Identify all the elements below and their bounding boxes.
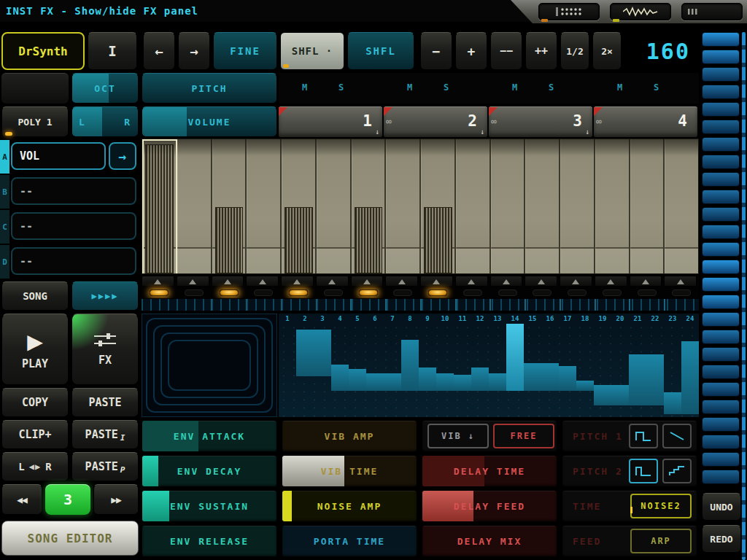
slot-value-field[interactable]: --	[11, 177, 136, 205]
step-marker[interactable]	[490, 276, 523, 287]
saw-down-button[interactable]	[662, 424, 692, 448]
pattern-counter[interactable]: 3	[45, 484, 90, 515]
mute-button[interactable]: M	[407, 82, 412, 93]
seq-step-column[interactable]	[386, 139, 421, 274]
song-arrows-button[interactable]: ▶▶▶▶	[71, 281, 139, 311]
volume-button[interactable]: VOLUME	[142, 106, 277, 137]
plus-button[interactable]: +	[455, 32, 487, 70]
free-button[interactable]: FREE	[493, 424, 554, 448]
display-view-button[interactable]	[681, 3, 743, 20]
step-marker[interactable]	[664, 276, 697, 287]
undo-button[interactable]: UNDO	[702, 493, 741, 521]
slot-assign-button[interactable]: →	[109, 142, 136, 170]
param-env-decay[interactable]: ENV DECAY	[142, 455, 277, 487]
paste-instrument-button[interactable]: PASTE I	[71, 420, 139, 449]
param-env-sustain[interactable]: ENV SUSTAIN	[142, 490, 277, 522]
seq-step-column[interactable]	[665, 139, 699, 274]
step-marker[interactable]	[177, 276, 209, 287]
slot-tab[interactable]: A	[0, 140, 9, 174]
seq-step-column[interactable]	[595, 139, 630, 274]
seq-step-column[interactable]	[177, 139, 212, 274]
octave-button[interactable]: OCT	[71, 73, 139, 104]
solo-button[interactable]: S	[549, 82, 554, 93]
paste-pattern-button[interactable]: PASTE P	[71, 452, 139, 481]
param-porta-time[interactable]: PORTA TIME	[282, 525, 417, 557]
track-header[interactable]: 1↓	[279, 106, 382, 137]
param-vib-amp[interactable]: VIB AMP	[282, 420, 417, 452]
next-arrow-button[interactable]: →	[178, 32, 210, 70]
copy-button[interactable]: COPY	[1, 388, 69, 417]
song-button[interactable]: SONG	[1, 281, 69, 311]
pitch-button[interactable]: PITCH	[142, 73, 277, 104]
slot-value-field[interactable]: --	[11, 212, 136, 240]
paste-button[interactable]: PASTE	[71, 388, 139, 417]
song-editor-button[interactable]: SONG EDITOR	[1, 521, 139, 556]
solo-button[interactable]: S	[444, 82, 449, 93]
step-marker[interactable]	[385, 276, 418, 287]
arp-button[interactable]: ARP	[630, 529, 692, 553]
minus-double-button[interactable]: −−	[490, 32, 522, 70]
step-marker[interactable]	[212, 276, 244, 287]
shuffle-button[interactable]: SHFL	[347, 32, 414, 70]
redo-button[interactable]: REDO	[702, 525, 741, 553]
waveform-view-button[interactable]	[610, 3, 671, 20]
vib--button[interactable]: VIB ↓	[427, 424, 489, 448]
minus-button[interactable]: −	[420, 32, 452, 70]
play-button[interactable]: ▶ PLAY	[1, 314, 69, 385]
param-delay-mix[interactable]: DELAY MIX	[422, 525, 557, 557]
seq-step-column[interactable]	[525, 139, 560, 274]
seq-step-column[interactable]	[317, 139, 352, 274]
patt ern-overview[interactable]: 123456789101112131415161718192021222324	[279, 314, 699, 417]
param-delay-feed[interactable]: DELAY FEED	[422, 490, 557, 522]
seq-step-column[interactable]	[247, 139, 282, 274]
pads-view-button[interactable]	[538, 3, 600, 20]
prev-pattern-button[interactable]: ◀◀	[1, 484, 42, 515]
slot-tab[interactable]: C	[0, 210, 9, 244]
fx-button[interactable]: FX	[71, 314, 139, 385]
pulse-button[interactable]	[629, 459, 658, 483]
mute-button[interactable]: M	[512, 82, 517, 93]
step-marker[interactable]	[595, 276, 627, 287]
noise2-button[interactable]: NOISE2	[630, 494, 692, 518]
step-marker[interactable]	[142, 276, 174, 287]
track-header[interactable]: ∞3↓	[489, 106, 592, 137]
solo-button[interactable]: S	[338, 82, 344, 93]
step-marker[interactable]	[525, 276, 557, 287]
next-pattern-button[interactable]: ▶▶	[93, 484, 139, 515]
seq-step-column[interactable]	[456, 139, 491, 274]
bpm-display[interactable]: 160	[624, 32, 697, 70]
solo-button[interactable]: S	[654, 82, 659, 93]
step-marker[interactable]	[560, 276, 592, 287]
step-marker[interactable]	[420, 276, 453, 287]
param-env-attack[interactable]: ENV ATTACK	[142, 420, 277, 452]
plus-double-button[interactable]: ++	[525, 32, 557, 70]
slot-tab[interactable]: D	[0, 245, 9, 279]
half-tempo-button[interactable]: 1/2	[560, 32, 589, 70]
stairs-button[interactable]	[662, 459, 692, 483]
step-marker[interactable]	[281, 276, 314, 287]
mute-button[interactable]: M	[617, 82, 622, 93]
param-env-release[interactable]: ENV RELEASE	[142, 525, 277, 557]
param-delay-time[interactable]: DELAY TIME	[422, 455, 557, 487]
clip-add-button[interactable]: CLIP+	[1, 420, 69, 449]
slot-value-field[interactable]: --	[11, 247, 136, 275]
poly-button[interactable]: POLY 1	[1, 106, 69, 137]
instrument-slot-button[interactable]: I	[88, 32, 137, 70]
mute-button[interactable]: M	[302, 82, 307, 93]
shuffle-mode-button[interactable]: SHFL ·	[280, 32, 344, 70]
seq-step-column[interactable]	[491, 139, 526, 274]
double-tempo-button[interactable]: 2×	[592, 32, 622, 70]
pattern-bars-area[interactable]	[279, 324, 699, 417]
fine-button[interactable]: FINE	[213, 32, 277, 70]
step-marker[interactable]	[316, 276, 349, 287]
slot-tab[interactable]: B	[0, 175, 9, 209]
track-header[interactable]: ∞4	[594, 106, 697, 137]
step-marker[interactable]	[630, 276, 662, 287]
param-vib-time[interactable]: VIB TIME	[282, 455, 417, 487]
seq-step-column[interactable]	[560, 139, 595, 274]
param-noise-amp[interactable]: NOISE AMP	[282, 490, 417, 522]
square-wave-button[interactable]	[629, 424, 658, 448]
pan-swap-button[interactable]: L ◀▶ R	[1, 452, 69, 481]
track-header[interactable]: ∞2↓	[384, 106, 487, 137]
step-sequencer-grid[interactable]	[142, 139, 699, 274]
